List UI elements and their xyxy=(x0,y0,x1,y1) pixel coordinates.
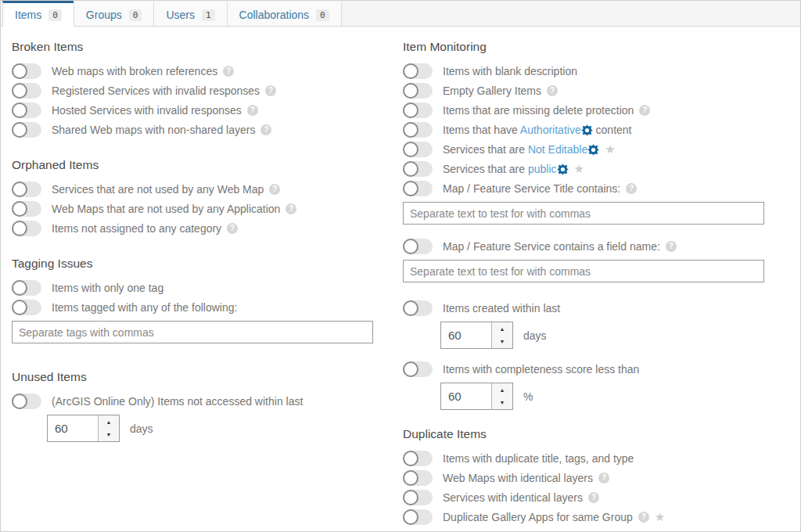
spinner-buttons: ▲ ▼ xyxy=(491,383,512,409)
toggle-switch[interactable] xyxy=(12,280,41,296)
days-input[interactable] xyxy=(48,415,98,441)
toggle-switch[interactable] xyxy=(403,122,433,138)
toggle-switch[interactable] xyxy=(403,361,433,377)
toggle-switch[interactable] xyxy=(403,161,433,177)
toggle-switch[interactable] xyxy=(12,300,41,315)
toggle-switch[interactable] xyxy=(12,83,41,99)
toggle-knob xyxy=(403,300,418,316)
toggle-switch[interactable] xyxy=(403,239,433,254)
help-icon[interactable] xyxy=(547,85,558,96)
tab-collaborations-count-badge: 0 xyxy=(316,9,329,21)
toggle-switch[interactable] xyxy=(12,221,41,236)
broken-items-heading: Broken Items xyxy=(12,40,373,54)
toggle-knob xyxy=(12,300,27,315)
help-icon[interactable] xyxy=(286,203,296,214)
toggle-knob xyxy=(403,122,418,138)
help-icon[interactable] xyxy=(223,66,234,77)
help-icon[interactable] xyxy=(598,473,609,483)
toggle-switch[interactable] xyxy=(403,63,433,79)
spin-down-button[interactable]: ▼ xyxy=(492,397,512,410)
toggle-row-not-editable-services: Services that are Not Editable ★ xyxy=(403,139,764,159)
toggle-switch[interactable] xyxy=(12,122,41,138)
tab-items[interactable]: Items 0 xyxy=(2,1,74,27)
label-prefix: Items that have xyxy=(443,124,520,136)
help-icon[interactable] xyxy=(588,492,599,503)
toggle-row-authoritative-content: Items that have Authoritative content xyxy=(403,120,764,139)
help-icon[interactable] xyxy=(626,183,637,194)
toggle-knob xyxy=(403,161,418,177)
toggle-knob xyxy=(12,201,27,217)
tab-users-label: Users xyxy=(166,9,195,21)
tab-groups-label: Groups xyxy=(86,9,122,21)
toggle-row-duplicate-gallery-apps: Duplicate Gallery Apps for same Group ★ xyxy=(403,507,764,527)
days-unit-label: days xyxy=(130,422,153,435)
toggle-knob xyxy=(403,239,418,254)
toggle-label: Items created within last xyxy=(443,302,560,315)
spin-up-button[interactable]: ▲ xyxy=(99,415,119,429)
toggle-label: Map / Feature Service Title contains: xyxy=(443,182,620,195)
toggle-switch[interactable] xyxy=(403,102,433,118)
toggle-switch[interactable] xyxy=(403,300,433,316)
toggle-label: Web maps with broken references xyxy=(52,65,217,77)
help-icon[interactable] xyxy=(260,124,271,135)
field-name-input[interactable] xyxy=(403,260,764,282)
toggle-switch[interactable] xyxy=(12,63,41,79)
toggle-switch[interactable] xyxy=(403,470,433,486)
spin-up-button[interactable]: ▲ xyxy=(492,383,512,397)
tab-collaborations[interactable]: Collaborations 0 xyxy=(227,1,342,27)
spin-up-button[interactable]: ▲ xyxy=(492,322,512,336)
completeness-input[interactable] xyxy=(441,383,491,409)
toggle-switch[interactable] xyxy=(403,142,433,157)
help-icon[interactable] xyxy=(639,105,650,116)
completeness-control: ▲ ▼ % xyxy=(440,383,764,410)
spin-down-button[interactable]: ▼ xyxy=(492,336,512,349)
toggle-knob xyxy=(12,83,27,99)
toggle-switch[interactable] xyxy=(403,181,433,196)
completeness-unit-label: % xyxy=(523,390,533,403)
toggle-row-duplicate-title-tags-type: Items with duplicate title, tags, and ty… xyxy=(403,448,764,468)
help-icon[interactable] xyxy=(269,184,280,195)
toggle-label: Hosted Services with invalid responses xyxy=(52,104,242,117)
toggle-switch[interactable] xyxy=(12,394,41,409)
title-contains-input[interactable] xyxy=(403,202,764,225)
toggle-row-items-tagged-any: Items tagged with any of the following: xyxy=(12,297,373,317)
toggle-switch[interactable] xyxy=(403,509,433,525)
authoritative-link[interactable]: Authoritative xyxy=(520,124,581,136)
toggle-label: Duplicate Gallery Apps for same Group xyxy=(443,511,633,523)
toggle-label: Items with completeness score less than xyxy=(443,363,639,376)
toggle-label: Items tagged with any of the following: xyxy=(52,301,237,314)
tags-input[interactable] xyxy=(12,321,373,343)
help-icon[interactable] xyxy=(638,512,649,523)
toggle-row-items-created-within: Items created within last xyxy=(403,298,764,318)
toggle-knob xyxy=(403,181,418,196)
toggle-switch[interactable] xyxy=(12,102,41,118)
toggle-label: Web Maps with identical layers xyxy=(443,472,593,484)
toggle-switch[interactable] xyxy=(12,182,41,197)
tab-groups[interactable]: Groups 0 xyxy=(74,1,155,27)
settings-panel: Items 0 Groups 0 Users 1 Collaborations … xyxy=(0,0,801,532)
help-icon[interactable] xyxy=(247,105,258,116)
public-link[interactable]: public xyxy=(528,163,557,175)
toggle-knob xyxy=(12,280,27,296)
tab-users[interactable]: Users 1 xyxy=(153,1,227,27)
toggle-knob xyxy=(12,182,27,197)
not-editable-link[interactable]: Not Editable xyxy=(528,143,587,156)
created-days-input[interactable] xyxy=(441,322,491,348)
help-icon[interactable] xyxy=(227,223,238,234)
toggle-knob xyxy=(403,102,418,118)
spin-down-button[interactable]: ▼ xyxy=(99,429,119,442)
toggle-knob xyxy=(403,490,418,505)
toggle-switch[interactable] xyxy=(403,451,433,466)
spinner-buttons: ▲ ▼ xyxy=(98,415,119,441)
toggle-row-public-services: Services that are public ★ xyxy=(403,159,764,178)
gear-icon xyxy=(587,144,599,156)
toggle-knob xyxy=(12,102,27,118)
toggle-label: Items with blank description xyxy=(443,65,577,77)
help-icon[interactable] xyxy=(265,85,276,96)
help-icon[interactable] xyxy=(666,241,677,252)
toggle-row-items-no-category: Items not assigned to any category xyxy=(12,218,373,238)
toggle-switch[interactable] xyxy=(403,83,433,99)
left-column: Broken Items Web maps with broken refere… xyxy=(12,36,373,527)
toggle-switch[interactable] xyxy=(12,201,41,217)
toggle-switch[interactable] xyxy=(403,490,433,505)
